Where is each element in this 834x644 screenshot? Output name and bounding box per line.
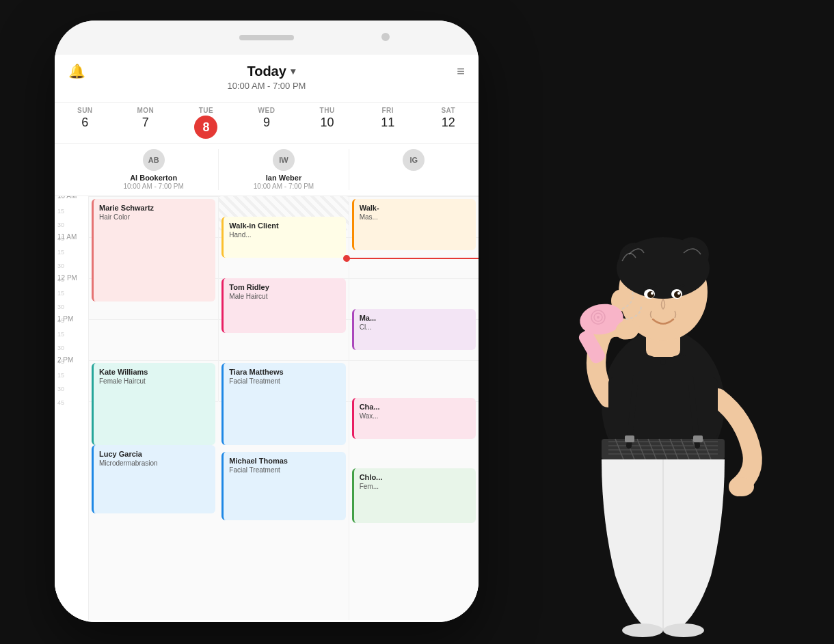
time-column: 10 AM 15 30 45 11 AM 15 30 45 12 PM [55, 196, 89, 620]
current-time-indicator [347, 258, 479, 259]
timeslot-11am: 11 AM 15 30 45 [55, 237, 88, 278]
phone-screen: 🔔 Today ▾ ≡ 10:00 AM - 7:00 PM SUN 6 MON [55, 55, 479, 622]
appt-lucy[interactable]: Lucy Garcia Microdermabrasion [92, 445, 215, 513]
header-subtitle: 10:00 AM - 7:00 PM [68, 81, 465, 91]
time-gutter-header [55, 149, 89, 190]
day-tue[interactable]: TUE 8 [176, 103, 237, 143]
grid-col-ab: Marie Schwartz Hair Color Kate Williams … [89, 196, 219, 401]
app-header: 🔔 Today ▾ ≡ 10:00 AM - 7:00 PM [55, 55, 479, 103]
svg-point-8 [647, 291, 654, 298]
timeslot-1pm: 1 PM 15 30 45 [55, 319, 88, 360]
scene: 🔔 Today ▾ ≡ 10:00 AM - 7:00 PM SUN 6 MON [0, 0, 834, 644]
svg-point-41 [622, 623, 663, 637]
appt-walkin[interactable]: Walk-in Client Hand... [221, 217, 345, 258]
svg-rect-21 [608, 377, 718, 439]
svg-point-10 [651, 292, 654, 295]
appt-kate[interactable]: Kate Williams Female Haircut [92, 363, 215, 445]
staff-name-ab: Al Bookerton [130, 174, 177, 183]
timeslot-10am: 10 AM 15 30 45 [55, 196, 88, 237]
title-text: Today [247, 64, 286, 79]
staff-col-ab[interactable]: AB Al Bookerton 10:00 AM - 7:00 PM [89, 149, 219, 190]
day-wed[interactable]: WED 9 [237, 103, 297, 143]
staff-hours-iw: 10:00 AM - 7:00 PM [254, 183, 314, 190]
svg-point-40 [729, 477, 754, 496]
header-top: 🔔 Today ▾ ≡ [68, 63, 465, 79]
svg-point-13 [640, 351, 645, 356]
chevron-down-icon: ▾ [291, 66, 295, 77]
grid-columns: Marie Schwartz Hair Color Kate Williams … [89, 196, 479, 620]
day-thu[interactable]: THU 10 [297, 103, 358, 143]
phone-speaker [239, 35, 294, 40]
staff-col-iw[interactable]: IW Ian Weber 10:00 AM - 7:00 PM [219, 149, 349, 190]
appt-michael[interactable]: Michael Thomas Facial Treatment [221, 452, 345, 520]
appt-tiara[interactable]: Tiara Matthews Facial Treatment [221, 363, 345, 445]
day-mon[interactable]: MON 7 [116, 103, 176, 143]
day-fri[interactable]: FRI 11 [358, 103, 418, 143]
current-time-dot [343, 255, 350, 262]
svg-point-20 [597, 316, 600, 319]
staff-header: AB Al Bookerton 10:00 AM - 7:00 PM IW Ia… [55, 144, 479, 196]
phone-notch [55, 21, 479, 55]
svg-point-9 [674, 291, 681, 298]
calendar-grid: 10 AM 15 30 45 11 AM 15 30 45 12 PM [55, 196, 479, 620]
svg-point-42 [663, 623, 704, 637]
header-title[interactable]: Today ▾ [247, 64, 295, 79]
svg-rect-37 [625, 435, 634, 442]
phone-shell: 🔔 Today ▾ ≡ 10:00 AM - 7:00 PM SUN 6 MON [55, 21, 479, 622]
appt-marie[interactable]: Marie Schwartz Hair Color [92, 199, 215, 301]
grid-col-iw: Walk-in Client Hand... Tom Ridley Male H… [219, 196, 349, 620]
staff-name-iw: Ian Weber [266, 174, 301, 183]
svg-point-14 [660, 360, 666, 365]
svg-point-15 [681, 351, 686, 356]
bell-icon[interactable]: 🔔 [68, 63, 85, 79]
avatar-ab: AB [143, 149, 165, 171]
timeslot-2pm: 2 PM 15 30 45 [55, 360, 88, 401]
phone-camera [381, 33, 390, 41]
avatar-iw: IW [273, 149, 295, 171]
character-svg [451, 111, 834, 644]
appt-tom[interactable]: Tom Ridley Male Haircut [221, 278, 345, 333]
day-sun[interactable]: SUN 6 [55, 103, 116, 143]
filter-icon[interactable]: ≡ [457, 64, 465, 79]
day-strip: SUN 6 MON 7 TUE 8 WED 9 THU 10 [55, 103, 479, 144]
timeslot-12pm: 12 PM 15 30 45 [55, 278, 88, 319]
character-illustration [451, 111, 834, 644]
svg-rect-38 [693, 435, 703, 442]
svg-point-5 [617, 237, 710, 299]
avatar-ig: IG [403, 149, 425, 171]
staff-hours-ab: 10:00 AM - 7:00 PM [123, 183, 183, 190]
svg-point-11 [677, 292, 680, 295]
